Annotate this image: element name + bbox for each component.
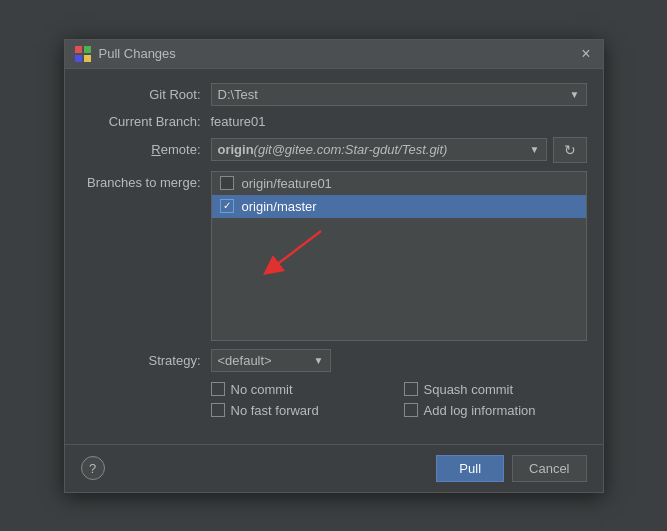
svg-rect-3	[84, 55, 91, 62]
git-root-dropdown-arrow: ▼	[570, 89, 580, 100]
branch-item-feature01[interactable]: origin/feature01	[212, 172, 586, 195]
branches-list[interactable]: origin/feature01 origin/master	[211, 171, 587, 341]
strategy-dropdown[interactable]: <default> ▼	[211, 349, 331, 372]
strategy-value: <default>	[218, 353, 272, 368]
options-grid: No commit Squash commit No fast forward …	[211, 382, 587, 418]
svg-rect-2	[75, 55, 82, 62]
svg-rect-1	[84, 46, 91, 53]
git-root-row: Git Root: D:\Test ▼	[81, 83, 587, 106]
squash-commit-checkbox[interactable]	[404, 382, 418, 396]
option-squash-commit[interactable]: Squash commit	[404, 382, 587, 397]
current-branch-row: Current Branch: feature01	[81, 114, 587, 129]
strategy-dropdown-arrow: ▼	[314, 355, 324, 366]
no-fast-forward-label: No fast forward	[231, 403, 319, 418]
strategy-label: Strategy:	[81, 353, 211, 368]
close-button[interactable]: ×	[579, 46, 592, 62]
remote-url: (git@gitee.com:Star-gdut/Test.git)	[254, 142, 448, 157]
cancel-button[interactable]: Cancel	[512, 455, 586, 482]
git-root-label: Git Root:	[81, 87, 211, 102]
squash-commit-label: Squash commit	[424, 382, 514, 397]
branch-name-feature01: origin/feature01	[242, 176, 332, 191]
branches-container: origin/feature01 origin/master	[211, 171, 587, 341]
branch-item-master[interactable]: origin/master	[212, 195, 586, 218]
svg-rect-0	[75, 46, 82, 53]
option-no-fast-forward[interactable]: No fast forward	[211, 403, 394, 418]
title-bar-left: Pull Changes	[75, 46, 176, 62]
option-add-log-information[interactable]: Add log information	[404, 403, 587, 418]
remote-row: Remote: origin(git@gitee.com:Star-gdut/T…	[81, 137, 587, 163]
branches-row: Branches to merge: origin/feature01 orig…	[81, 171, 587, 341]
remote-display: origin(git@gitee.com:Star-gdut/Test.git)	[218, 142, 448, 157]
branches-label: Branches to merge:	[81, 171, 211, 190]
pull-changes-dialog: Pull Changes × Git Root: D:\Test ▼ Curre…	[64, 39, 604, 493]
remote-name: origin	[218, 142, 254, 157]
no-commit-label: No commit	[231, 382, 293, 397]
refresh-button[interactable]: ↻	[553, 137, 587, 163]
option-no-commit[interactable]: No commit	[211, 382, 394, 397]
no-fast-forward-checkbox[interactable]	[211, 403, 225, 417]
app-icon	[75, 46, 91, 62]
pull-button[interactable]: Pull	[436, 455, 504, 482]
remote-dropdown-arrow: ▼	[530, 144, 540, 155]
branch-checkbox-feature01[interactable]	[220, 176, 234, 190]
dialog-title: Pull Changes	[99, 46, 176, 61]
strategy-row: Strategy: <default> ▼	[81, 349, 587, 372]
remote-dropdown[interactable]: origin(git@gitee.com:Star-gdut/Test.git)…	[211, 138, 547, 161]
remote-controls: origin(git@gitee.com:Star-gdut/Test.git)…	[211, 137, 587, 163]
branch-name-master: origin/master	[242, 199, 317, 214]
current-branch-label: Current Branch:	[81, 114, 211, 129]
dialog-footer: ? Pull Cancel	[65, 444, 603, 492]
title-bar: Pull Changes ×	[65, 40, 603, 69]
git-root-value: D:\Test	[218, 87, 258, 102]
remote-label: Remote:	[81, 142, 211, 157]
add-log-information-checkbox[interactable]	[404, 403, 418, 417]
add-log-information-label: Add log information	[424, 403, 536, 418]
current-branch-value: feature01	[211, 114, 587, 129]
help-button[interactable]: ?	[81, 456, 105, 480]
branch-checkbox-master[interactable]	[220, 199, 234, 213]
no-commit-checkbox[interactable]	[211, 382, 225, 396]
dialog-content: Git Root: D:\Test ▼ Current Branch: feat…	[65, 69, 603, 444]
footer-actions: Pull Cancel	[436, 455, 586, 482]
git-root-dropdown[interactable]: D:\Test ▼	[211, 83, 587, 106]
